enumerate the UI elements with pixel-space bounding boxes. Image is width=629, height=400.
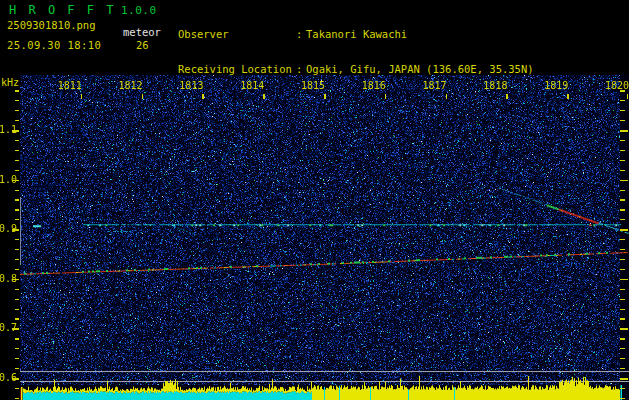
freq-minor-tick: [15, 299, 19, 300]
freq-minor-tick-right: [620, 160, 625, 161]
freq-minor-tick-right: [620, 170, 625, 171]
time-label: 1812: [118, 80, 144, 92]
freq-minor-tick-right: [620, 299, 625, 300]
freq-minor-tick-right: [620, 289, 625, 290]
freq-minor-tick-right: [620, 309, 625, 310]
freq-minor-tick-right: [620, 190, 625, 191]
freq-minor-tick-right: [620, 318, 625, 319]
freq-minor-tick: [15, 160, 19, 161]
freq-minor-tick-right: [620, 358, 625, 359]
freq-minor-tick: [15, 398, 19, 399]
time-tick: [446, 94, 448, 99]
freq-minor-tick: [15, 309, 19, 310]
hrofft-screen: H R O F F T 1.0.0 2509301810.png meteor …: [0, 0, 629, 400]
freq-minor-tick: [15, 209, 19, 210]
freq-minor-tick-right: [620, 398, 625, 399]
time-tick: [81, 94, 83, 99]
freq-minor-tick-right: [620, 368, 625, 369]
freq-minor-tick: [15, 269, 19, 270]
time-tick: [567, 94, 569, 99]
time-tick: [263, 94, 265, 99]
time-label: 1815: [300, 80, 326, 92]
freq-major-tick: [12, 279, 19, 281]
freq-minor-tick: [15, 239, 19, 240]
freq-major-tick-right: [620, 229, 628, 231]
freq-minor-tick-right: [620, 388, 625, 389]
time-tick: [385, 94, 387, 99]
freq-minor-tick-right: [620, 90, 625, 91]
freq-minor-tick: [15, 318, 19, 319]
freq-minor-tick-right: [620, 209, 625, 210]
freq-minor-tick: [15, 90, 19, 91]
freq-minor-tick: [15, 348, 19, 349]
time-label: 1820: [604, 80, 629, 92]
freq-minor-tick: [15, 338, 19, 339]
freq-major-tick: [12, 229, 19, 231]
freq-minor-tick: [15, 358, 19, 359]
freq-minor-tick: [15, 368, 19, 369]
freq-minor-tick: [15, 388, 19, 389]
freq-minor-tick: [15, 120, 19, 121]
freq-major-tick-right: [620, 378, 628, 380]
time-tick: [506, 94, 508, 99]
freq-minor-tick: [15, 249, 19, 250]
freq-minor-tick-right: [620, 338, 625, 339]
freq-minor-tick-right: [620, 249, 625, 250]
freq-minor-tick-right: [620, 110, 625, 111]
time-label: 1816: [361, 80, 387, 92]
freq-minor-tick: [15, 259, 19, 260]
time-tick: [202, 94, 204, 99]
time-label: 1811: [57, 80, 83, 92]
freq-minor-tick: [15, 100, 19, 101]
freq-minor-tick: [15, 130, 19, 131]
freq-minor-tick: [15, 289, 19, 290]
freq-minor-tick: [15, 110, 19, 111]
freq-minor-tick-right: [620, 140, 625, 141]
freq-minor-tick: [15, 199, 19, 200]
time-label: 1813: [178, 80, 204, 92]
freq-major-tick-right: [620, 328, 628, 330]
freq-minor-tick-right: [620, 120, 625, 121]
freq-minor-tick-right: [620, 219, 625, 220]
freq-minor-tick: [15, 170, 19, 171]
freq-minor-tick: [15, 140, 19, 141]
freq-minor-tick-right: [620, 259, 625, 260]
time-label: 1819: [543, 80, 569, 92]
freq-major-tick: [12, 328, 19, 330]
time-tick: [142, 94, 144, 99]
freq-minor-tick-right: [620, 199, 625, 200]
freq-major-tick-right: [620, 279, 628, 281]
freq-major-tick-right: [620, 180, 628, 182]
freq-minor-tick-right: [620, 100, 625, 101]
freq-minor-tick: [15, 150, 19, 151]
freq-major-tick: [12, 378, 19, 380]
time-tick: [627, 94, 629, 99]
freq-minor-tick: [15, 190, 19, 191]
freq-minor-tick-right: [620, 130, 625, 131]
time-label: 1818: [482, 80, 508, 92]
freq-minor-tick-right: [620, 239, 625, 240]
freq-minor-tick-right: [620, 269, 625, 270]
axes-layer: 1811181218131814181518161817181818191820…: [0, 0, 629, 400]
time-tick: [324, 94, 326, 99]
time-label: 1814: [239, 80, 265, 92]
freq-minor-tick: [15, 219, 19, 220]
freq-minor-tick-right: [620, 348, 625, 349]
freq-major-tick: [12, 180, 19, 182]
freq-minor-tick-right: [620, 150, 625, 151]
time-label: 1817: [422, 80, 448, 92]
